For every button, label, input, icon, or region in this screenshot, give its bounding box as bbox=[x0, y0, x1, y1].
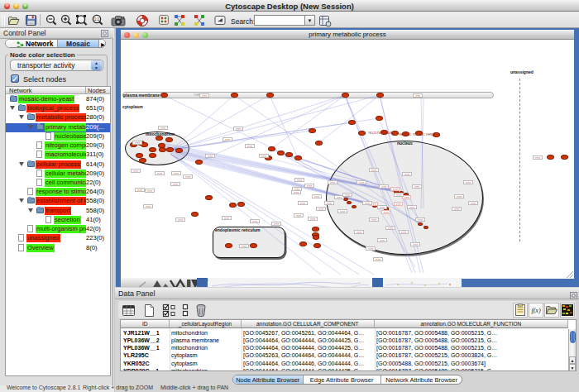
svg-text:f(x): f(x) bbox=[531, 307, 540, 314]
svg-text:1:1: 1:1 bbox=[94, 17, 100, 22]
